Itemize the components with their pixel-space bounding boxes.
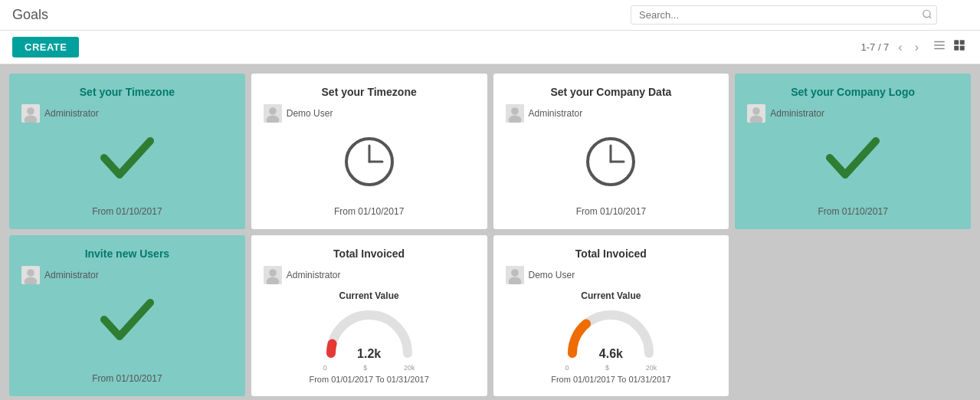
toolbar: CREATE 1-7 / 7 ‹ › (0, 31, 980, 64)
goal-card[interactable]: Set your Company Logo Administrator From… (735, 74, 971, 229)
next-page-button[interactable]: › (912, 39, 922, 56)
card-user: Demo User (264, 104, 333, 123)
card-date: From 01/10/2017 (576, 200, 646, 217)
avatar (506, 104, 524, 123)
gauge-value: 4.6k (599, 347, 623, 361)
svg-point-10 (27, 107, 34, 115)
avatar (506, 266, 524, 284)
svg-point-28 (27, 269, 34, 277)
svg-point-0 (923, 10, 930, 17)
search-input[interactable] (631, 5, 937, 25)
card-date: From 01/10/2017 (334, 200, 404, 217)
card-title: Set your Timezone (322, 86, 417, 98)
goal-card[interactable]: Total Invoiced Demo User Current Value 4… (493, 235, 729, 396)
scale-min: 0 (323, 364, 327, 372)
card-title: Total Invoiced (575, 248, 647, 260)
card-title: Set your Company Logo (791, 86, 915, 98)
goal-card[interactable]: Set your Company Data Administrator From… (493, 74, 729, 229)
check-icon (826, 135, 880, 183)
scale-mid: $ (605, 364, 609, 372)
svg-rect-7 (954, 46, 959, 51)
avatar (21, 104, 40, 123)
card-title: Set your Timezone (80, 86, 175, 98)
card-date: From 01/10/2017 (92, 200, 162, 217)
card-date-range: From 01/01/2017 To 01/31/2017 (309, 375, 428, 384)
card-user: Administrator (264, 266, 341, 284)
top-bar: Goals (0, 0, 980, 31)
card-date: From 01/10/2017 (818, 200, 887, 217)
scale-min: 0 (565, 364, 569, 372)
page-title: Goals (12, 7, 48, 23)
toolbar-right: 1-7 / 7 ‹ › (860, 37, 968, 57)
svg-line-1 (929, 16, 932, 18)
svg-point-25 (752, 107, 760, 115)
check-icon (100, 297, 154, 345)
avatar (747, 104, 765, 123)
card-date-range: From 01/01/2017 To 01/31/2017 (551, 375, 670, 384)
goal-card[interactable]: Set your Timezone Administrator From 01/… (9, 74, 245, 229)
svg-point-19 (511, 107, 519, 115)
card-title: Total Invoiced (333, 248, 405, 260)
svg-rect-8 (960, 46, 965, 51)
user-name: Administrator (287, 270, 341, 280)
user-name: Administrator (44, 108, 99, 119)
svg-rect-5 (954, 40, 959, 44)
clock-icon (584, 135, 637, 191)
gauge-chart: 4.6k (565, 307, 657, 361)
pagination-label: 1-7 / 7 (860, 41, 889, 53)
user-name: Administrator (44, 270, 99, 280)
card-user: Administrator (747, 104, 824, 123)
user-name: Demo User (287, 108, 333, 119)
create-button[interactable]: CREATE (12, 37, 79, 57)
card-user: Administrator (21, 266, 99, 284)
user-name: Administrator (529, 108, 583, 119)
gauge-scale: 0 $ 20k (565, 364, 657, 372)
gauge-value: 1.2k (357, 347, 381, 361)
user-name: Demo User (529, 270, 575, 280)
check-icon (100, 135, 154, 183)
current-value-label: Current Value (339, 290, 399, 301)
list-view-button[interactable] (931, 37, 948, 57)
prev-page-button[interactable]: ‹ (895, 39, 905, 56)
goal-card[interactable]: Set your Timezone Demo User From 01/10/2… (251, 74, 487, 229)
search-container (631, 5, 937, 25)
scale-mid: $ (363, 364, 367, 372)
gauge-chart: 1.2k (323, 307, 415, 361)
avatar (264, 266, 282, 284)
gauge-scale: 0 $ 20k (323, 364, 415, 372)
card-date: From 01/10/2017 (92, 367, 162, 384)
svg-point-34 (511, 269, 519, 277)
svg-point-31 (269, 269, 277, 277)
view-toggle (931, 37, 968, 57)
card-title: Invite new Users (85, 248, 170, 260)
current-value-label: Current Value (581, 290, 641, 301)
search-icon (922, 8, 932, 21)
card-user: Demo User (506, 266, 575, 284)
card-title: Set your Company Data (550, 86, 671, 98)
goal-card[interactable]: Total Invoiced Administrator Current Val… (251, 235, 487, 396)
goal-card[interactable]: Invite new Users Administrator From 01/1… (9, 235, 245, 396)
avatar (264, 104, 282, 123)
user-name: Administrator (770, 108, 824, 119)
grid-view-button[interactable] (951, 37, 968, 57)
clock-icon (343, 135, 396, 191)
svg-point-13 (269, 107, 277, 115)
goals-grid: Set your Timezone Administrator From 01/… (0, 64, 980, 400)
card-user: Administrator (506, 104, 583, 123)
scale-max: 20k (404, 364, 415, 372)
svg-rect-6 (960, 40, 965, 44)
scale-max: 20k (646, 364, 657, 372)
avatar (21, 266, 40, 284)
card-user: Administrator (21, 104, 99, 123)
